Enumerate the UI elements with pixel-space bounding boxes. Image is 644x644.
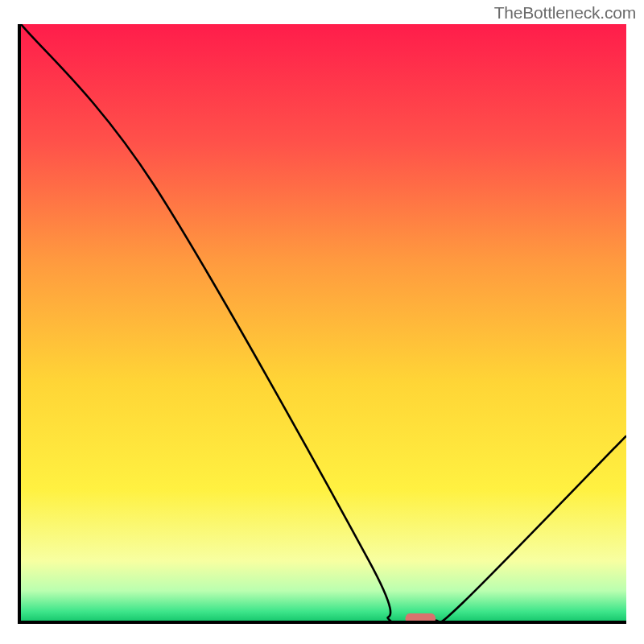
watermark-label: TheBottleneck.com (494, 3, 636, 23)
chart-background-gradient (21, 24, 626, 621)
svg-rect-0 (21, 24, 626, 621)
chart-area (18, 24, 626, 624)
